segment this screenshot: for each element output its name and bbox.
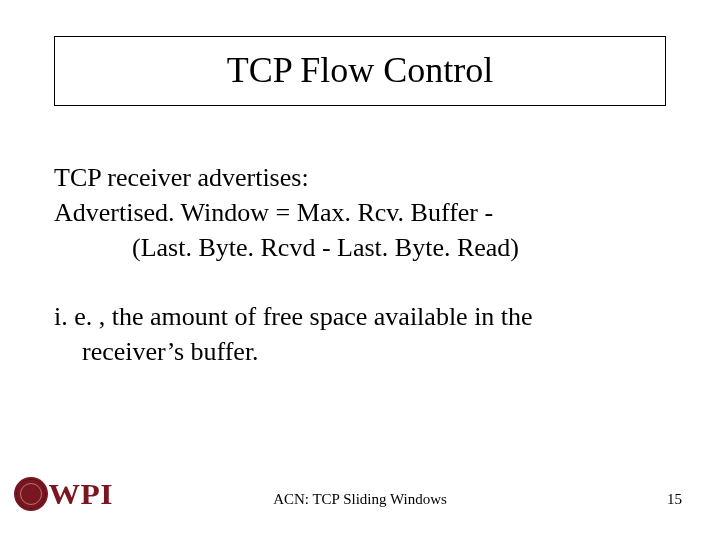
body-line-4: i. e. , the amount of free space availab… xyxy=(54,299,666,334)
body-line-2: Advertised. Window = Max. Rcv. Buffer - xyxy=(54,195,666,230)
body-line-1: TCP receiver advertises: xyxy=(54,160,666,195)
body-line-5: receiver’s buffer. xyxy=(54,334,666,369)
footer-center-text: ACN: TCP Sliding Windows xyxy=(0,491,720,508)
slide-footer: WPI ACN: TCP Sliding Windows 15 xyxy=(0,472,720,516)
slide-title: TCP Flow Control xyxy=(55,49,665,91)
paragraph-spacer xyxy=(54,265,666,299)
footer-page-number: 15 xyxy=(667,491,682,508)
body-line-3: (Last. Byte. Rcvd - Last. Byte. Read) xyxy=(54,230,666,265)
slide-title-box: TCP Flow Control xyxy=(54,36,666,106)
slide-body: TCP receiver advertises: Advertised. Win… xyxy=(54,160,666,369)
